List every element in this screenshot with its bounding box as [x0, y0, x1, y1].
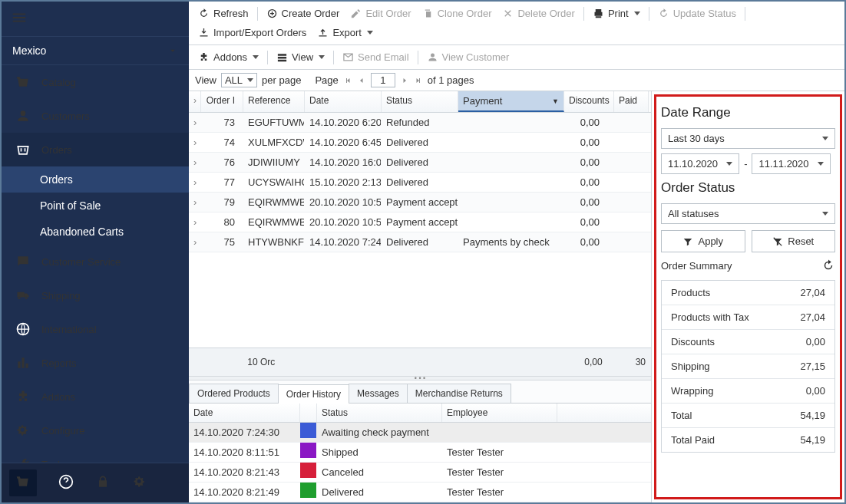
summary-table: Products27,04Products with Tax27,04Disco… [661, 280, 835, 453]
col-reference[interactable]: Reference [243, 91, 305, 112]
col-order-id[interactable]: Order I [201, 91, 243, 112]
detail-tabs: Ordered ProductsOrder HistoryMessagesMer… [189, 380, 651, 404]
apply-button[interactable]: Apply [661, 230, 745, 252]
date-range-heading: Date Range [661, 105, 835, 120]
summary-row: Discounts0,00 [662, 330, 834, 354]
page-input[interactable] [371, 73, 395, 87]
filter-icon: ▼ [552, 97, 559, 105]
sidebar-item-shipping[interactable]: Shipping [2, 278, 189, 312]
summary-row: Products27,04 [662, 281, 834, 305]
sidebar-item-tools[interactable]: Tools [2, 447, 189, 463]
reset-button[interactable]: Reset [752, 230, 836, 252]
table-row[interactable]: ›74XULMFXCDW14.10.2020 6:45:08Delivered0… [189, 133, 651, 153]
menu-toggle[interactable] [2, 2, 189, 37]
summary-row: Wrapping0,00 [662, 379, 834, 404]
update-status-button: Update Status [653, 5, 741, 22]
history-row[interactable]: 14.10.2020 8:21:49DeliveredTester Tester [189, 483, 651, 502]
lock-icon[interactable] [95, 474, 111, 492]
grid-header: › Order I Reference Date Status Payment▼… [189, 91, 651, 113]
help-icon[interactable] [58, 474, 74, 492]
send-email-button: Send Email [338, 48, 413, 66]
sidebar-sub-item[interactable]: Abandoned Carts [2, 219, 189, 245]
sidebar-item-customer-service[interactable]: Customer Service [2, 245, 189, 278]
first-page-icon[interactable] [343, 76, 352, 85]
col-status[interactable]: Status [382, 91, 458, 112]
col-paid[interactable]: Paid [614, 91, 649, 112]
detail-tab[interactable]: Merchandise Returns [407, 384, 511, 403]
clone-order-button: Clone Order [418, 5, 497, 22]
table-row[interactable]: ›77UCYSWAIHO15.10.2020 2:13:38Delivered0… [189, 173, 651, 193]
summary-row: Products with Tax27,04 [662, 305, 834, 330]
export-button[interactable]: Export [312, 24, 378, 41]
toolbar-secondary: Addons View Send Email View Customer [189, 45, 844, 70]
sidebar-sub-item[interactable]: Orders [2, 166, 189, 193]
print-button[interactable]: Print [588, 5, 645, 22]
page-size-select[interactable]: ALL [221, 73, 257, 87]
grid-footer: 10 Orc 0,00 30 [189, 348, 651, 376]
detail-tab[interactable]: Order History [278, 384, 349, 404]
sidebar-item-configure[interactable]: Configure [2, 413, 189, 447]
sidebar-item-catalog[interactable]: Catalog [2, 65, 189, 99]
sidebar-item-addons[interactable]: Addons [2, 380, 189, 413]
status-select[interactable]: All statuses [661, 203, 835, 224]
grid-body: ›73EGUFTUWMF14.10.2020 6:20:37Refunded0,… [189, 113, 651, 252]
order-status-heading: Order Status [661, 180, 835, 196]
archive-icon[interactable] [9, 469, 37, 496]
right-panel: Date Range Last 30 days 11.10.2020 - 11.… [651, 91, 844, 502]
refresh-summary-icon[interactable] [821, 259, 835, 272]
toolbar-primary: Refresh Create Order Edit Order Clone Or… [189, 2, 844, 45]
table-row[interactable]: ›76JDIWIIUMY14.10.2020 16:03:14Delivered… [189, 153, 651, 173]
col-payment[interactable]: Payment▼ (All) (Custom...) Bank transfer… [458, 91, 564, 112]
last-page-icon[interactable] [414, 76, 423, 85]
order-summary-heading: Order Summary [661, 259, 835, 272]
refresh-button[interactable]: Refresh [193, 5, 253, 22]
table-row[interactable]: ›73EGUFTUWMF14.10.2020 6:20:37Refunded0,… [189, 113, 651, 133]
sidebar: Mexico Catalog Customers Orders OrdersPo… [2, 2, 189, 502]
sidebar-item-orders[interactable]: Orders [2, 133, 189, 166]
pager: View ALL per page Page of 1 pages [189, 70, 844, 91]
sidebar-sub-item[interactable]: Point of Sale [2, 193, 189, 219]
delete-order-button: Delete Order [497, 5, 579, 22]
prev-page-icon[interactable] [357, 76, 366, 85]
date-range-select[interactable]: Last 30 days [661, 128, 835, 149]
table-row[interactable]: ›80EQIRWMWB20.10.2020 10:55:27Payment ac… [189, 212, 651, 232]
col-expand[interactable]: › [189, 91, 201, 112]
region-label: Mexico [12, 44, 46, 57]
summary-row: Total Paid54,19 [662, 428, 834, 452]
gear-icon[interactable] [132, 474, 147, 492]
summary-row: Total54,19 [662, 404, 834, 428]
import-export-button[interactable]: Import/Export Orders [193, 24, 311, 41]
sidebar-item-reports[interactable]: Reports [2, 346, 189, 380]
date-from[interactable]: 11.10.2020 [661, 153, 739, 174]
edit-order-button: Edit Order [345, 5, 415, 22]
detail-grid-body: 14.10.2020 7:24:30Awaiting check payment… [189, 423, 651, 502]
detail-tab[interactable]: Messages [349, 384, 408, 403]
detail-tab[interactable]: Ordered Products [189, 384, 279, 403]
sidebar-item-international[interactable]: International [2, 312, 189, 346]
history-row[interactable]: 14.10.2020 8:11:51ShippedTester Tester [189, 443, 651, 463]
history-row[interactable]: 14.10.2020 7:24:30Awaiting check payment [189, 423, 651, 443]
table-row[interactable]: ›75HTYWBNKFT14.10.2020 7:24:29DeliveredP… [189, 232, 651, 252]
col-date[interactable]: Date [305, 91, 382, 112]
create-order-button[interactable]: Create Order [262, 5, 345, 22]
history-row[interactable]: 14.10.2020 8:21:43CanceledTester Tester [189, 463, 651, 483]
col-discounts[interactable]: Discounts [564, 91, 614, 112]
view-button[interactable]: View [272, 48, 329, 66]
addons-button[interactable]: Addons [193, 48, 263, 66]
date-to[interactable]: 11.11.2020 [752, 153, 830, 174]
next-page-icon[interactable] [400, 76, 409, 85]
region-selector[interactable]: Mexico [2, 37, 189, 65]
table-row[interactable]: ›79EQIRWMWB20.10.2020 10:55:27Payment ac… [189, 193, 651, 212]
sidebar-bottom-bar [2, 463, 189, 502]
sidebar-item-customers[interactable]: Customers [2, 99, 189, 133]
detail-grid-header: Date Status Employee [189, 404, 651, 423]
summary-row: Shipping27,15 [662, 354, 834, 379]
view-customer-button: View Customer [422, 48, 514, 66]
